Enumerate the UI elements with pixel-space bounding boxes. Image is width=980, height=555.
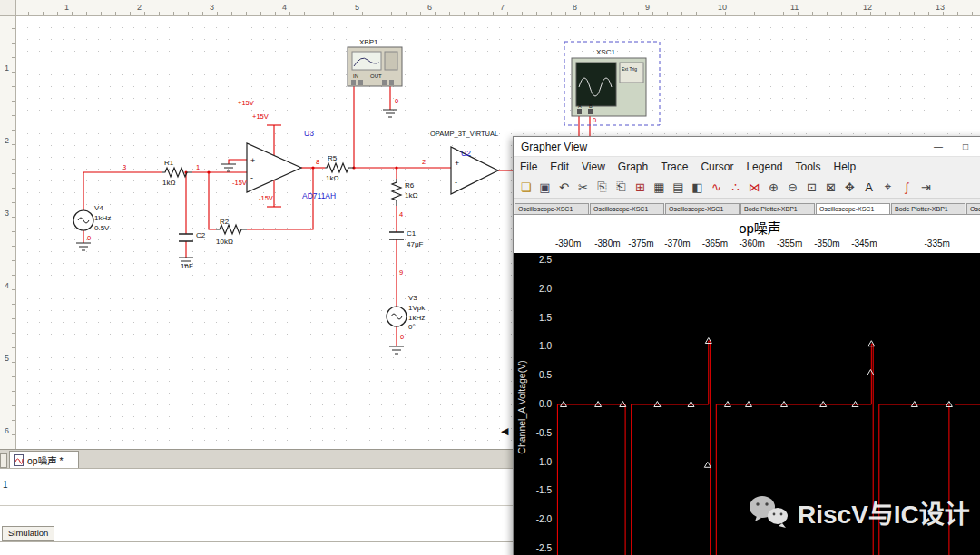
grapher-tab-1[interactable]: Oscilloscope-XSC1	[514, 203, 589, 214]
overlay-traces-icon[interactable]: ⋈	[745, 178, 764, 196]
cursor-icon[interactable]: ⌖	[878, 178, 897, 196]
menu-trace[interactable]: Trace	[654, 161, 694, 173]
label-r6-val: 1kΩ	[405, 191, 417, 200]
copy-icon[interactable]: ⎘	[593, 178, 612, 196]
ruler-number: 2	[5, 136, 9, 145]
grapher-window-title: Grapher View	[514, 141, 925, 153]
ruler-number: 3	[210, 3, 214, 12]
menu-help[interactable]: Help	[828, 161, 863, 173]
grapher-menubar: FileEditViewGraphTraceCursorLegendToolsH…	[514, 157, 980, 176]
ruler-number: 1	[64, 3, 69, 12]
ruler-horizontal: 12345678910111213	[16, 0, 980, 16]
maximize-button[interactable]: □	[952, 137, 979, 156]
ruler-number: 8	[573, 3, 577, 12]
multisim-workspace: 12345678910111213 123456	[0, 0, 980, 555]
label-r5-val: 1kΩ	[326, 174, 338, 182]
zoom-in-icon[interactable]: ⊕	[764, 178, 783, 196]
grapher-window[interactable]: Grapher View — □ ✕ FileEditViewGraphTrac…	[513, 136, 980, 555]
chart-head: op噪声 -390m-380m-375m-370m-365m-360m-355m…	[514, 215, 980, 253]
menu-cursor[interactable]: Cursor	[694, 161, 740, 173]
open-icon[interactable]: ❏	[516, 178, 535, 196]
analysis-icon[interactable]: ∫	[897, 178, 916, 196]
save-icon[interactable]: ▣	[535, 178, 554, 196]
x-tick-label: -355m	[777, 239, 802, 248]
grapher-tab-6[interactable]: Bode Plotter-XBP1	[891, 203, 965, 214]
y-tick-label: -1.5	[514, 485, 552, 495]
label-u2-part: OPAMP_3T_VIRTUAL	[430, 130, 498, 138]
paste-icon[interactable]: ⎗	[612, 178, 631, 196]
x-tick-label: -380m	[594, 239, 620, 248]
simulation-tab[interactable]: Simulation	[2, 526, 54, 541]
label-c2-val: 1nF	[181, 262, 193, 270]
source-V3[interactable]	[387, 307, 407, 326]
resistor-R6[interactable]	[392, 179, 401, 206]
label-r1-val: 1kΩ	[162, 179, 175, 187]
y-tick-label: 2.5	[514, 255, 552, 265]
text-icon[interactable]: A	[859, 178, 878, 196]
resistor-R2[interactable]	[216, 225, 247, 234]
export-icon[interactable]: ⇥	[916, 178, 936, 196]
undo-icon[interactable]: ↶	[554, 178, 573, 196]
menu-legend[interactable]: Legend	[740, 161, 789, 173]
label-u3-part: AD711AH	[302, 191, 336, 200]
cut-icon[interactable]: ✂	[573, 178, 593, 196]
watermark-text: RiscV与IC设计	[798, 494, 970, 531]
capacitor-C2[interactable]	[179, 234, 193, 241]
legend-icon[interactable]: ▦	[650, 178, 669, 196]
ruler-number: 6	[5, 426, 9, 435]
zoom-area-icon[interactable]: ⊡	[802, 178, 821, 196]
chart-plot[interactable]: Channel_A Voltage(V) RiscV与IC设计 2.52.01.…	[514, 253, 980, 555]
grapher-tabs: Oscilloscope-XSC1Oscilloscope-XSC1Oscill…	[514, 199, 980, 215]
menu-tools[interactable]: Tools	[789, 161, 827, 173]
black-white-icon[interactable]: ◧	[688, 178, 707, 196]
grapher-titlebar[interactable]: Grapher View — □ ✕	[514, 137, 980, 157]
minimize-button[interactable]: —	[925, 137, 952, 156]
axes-icon[interactable]: ▤	[669, 178, 688, 196]
y-tick-label: -1.0	[514, 457, 552, 467]
label-r6-ref: R6	[405, 181, 415, 190]
label-v4-amp: 0.5V	[94, 224, 110, 232]
y-tick-label: -2.5	[514, 543, 552, 553]
instrument-XBP1[interactable]	[348, 47, 402, 86]
label-v3-phase: 0°	[408, 323, 416, 331]
opamp-U2[interactable]	[451, 147, 498, 194]
x-tick-label: -370m	[664, 239, 690, 248]
tab-scroll-sliver[interactable]	[0, 453, 7, 468]
ruler-number: 3	[5, 209, 9, 218]
pane-splitter-arrow[interactable]: ◀	[501, 425, 508, 437]
ruler-number: 13	[936, 3, 945, 12]
grapher-tab-5[interactable]: Oscilloscope-XSC1	[816, 203, 890, 214]
design-tab[interactable]: op噪声 *	[9, 451, 79, 468]
grapher-tab-2[interactable]: Oscilloscope-XSC1	[590, 203, 664, 214]
label-v4-ref: V4	[94, 204, 103, 212]
ruler-number: 4	[5, 281, 9, 290]
resistor-R1[interactable]	[162, 168, 192, 177]
wechat-icon	[748, 494, 789, 531]
chart-title: op噪声	[514, 218, 980, 237]
ruler-number: 4	[282, 3, 287, 12]
zoom-fit-icon[interactable]: ⊠	[821, 178, 840, 196]
label-v3-freq: 1kHz	[408, 314, 425, 322]
sheet-area[interactable]: 1	[0, 468, 514, 526]
menu-graph[interactable]: Graph	[612, 161, 654, 173]
capacitor-C1[interactable]	[389, 232, 404, 239]
pan-icon[interactable]: ✥	[840, 178, 859, 196]
data-points-icon[interactable]: ∴	[726, 178, 745, 196]
y-tick-label: 2.0	[514, 284, 552, 294]
net-label: 9	[399, 268, 403, 277]
x-tick-label: -375m	[628, 239, 653, 248]
trace-style-icon[interactable]: ∿	[707, 178, 726, 196]
menu-edit[interactable]: Edit	[544, 161, 575, 173]
grapher-tab-3[interactable]: Oscilloscope-XSC1	[665, 203, 740, 214]
y-tick-label: -0.5	[514, 428, 552, 438]
zoom-out-icon[interactable]: ⊖	[783, 178, 802, 196]
ruler-number: 5	[5, 354, 9, 363]
ruler-vertical: 123456	[0, 16, 16, 449]
source-V4[interactable]	[74, 210, 93, 230]
grapher-tab-7[interactable]: Oscilloscope-XSC1	[966, 203, 980, 214]
menu-file[interactable]: File	[514, 161, 544, 173]
menu-view[interactable]: View	[575, 161, 612, 173]
resistor-R5[interactable]	[325, 163, 354, 172]
grid-icon[interactable]: ⊞	[631, 178, 650, 196]
grapher-tab-4[interactable]: Bode Plotter-XBP1	[740, 203, 815, 214]
